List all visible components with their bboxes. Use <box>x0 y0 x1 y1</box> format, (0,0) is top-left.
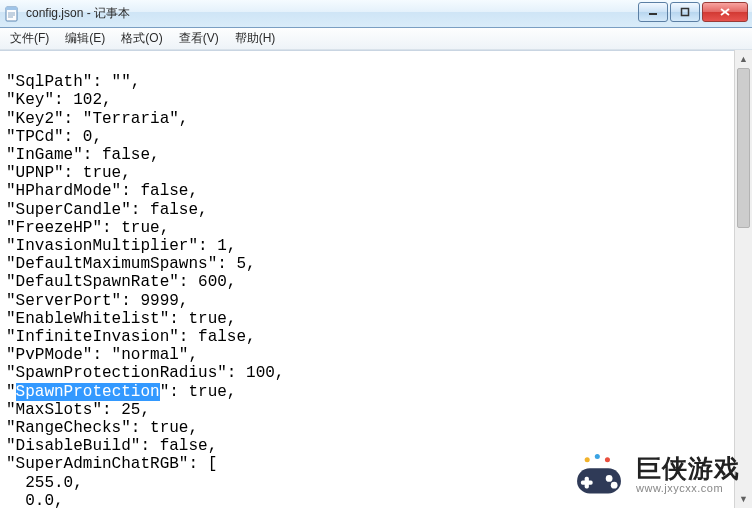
menu-format[interactable]: 格式(O) <box>113 28 170 49</box>
text-editor[interactable]: "SqlPath": "", "Key": 102, "Key2": "Terr… <box>0 51 752 508</box>
minimize-button[interactable] <box>638 2 668 22</box>
menubar: 文件(F) 编辑(E) 格式(O) 查看(V) 帮助(H) <box>0 28 752 50</box>
scroll-up-arrow-icon[interactable]: ▲ <box>735 50 752 68</box>
scroll-track[interactable] <box>735 68 752 490</box>
notepad-icon <box>4 6 20 22</box>
menu-help[interactable]: 帮助(H) <box>227 28 284 49</box>
titlebar: config.json - 记事本 <box>0 0 752 28</box>
menu-file[interactable]: 文件(F) <box>2 28 57 49</box>
window-controls <box>638 2 748 22</box>
minimize-icon <box>648 7 658 17</box>
close-button[interactable] <box>702 2 748 22</box>
menu-edit[interactable]: 编辑(E) <box>57 28 113 49</box>
window-title: config.json - 记事本 <box>26 5 130 22</box>
scroll-thumb[interactable] <box>737 68 750 228</box>
editor-area: "SqlPath": "", "Key": 102, "Key2": "Terr… <box>0 50 752 508</box>
svg-rect-1 <box>6 7 17 10</box>
maximize-button[interactable] <box>670 2 700 22</box>
vertical-scrollbar[interactable]: ▲ ▼ <box>734 50 752 508</box>
text-selection: SpawnProtection <box>16 383 160 401</box>
close-icon <box>719 7 731 17</box>
menu-view[interactable]: 查看(V) <box>171 28 227 49</box>
maximize-icon <box>680 7 690 17</box>
svg-rect-6 <box>682 9 689 16</box>
scroll-down-arrow-icon[interactable]: ▼ <box>735 490 752 508</box>
